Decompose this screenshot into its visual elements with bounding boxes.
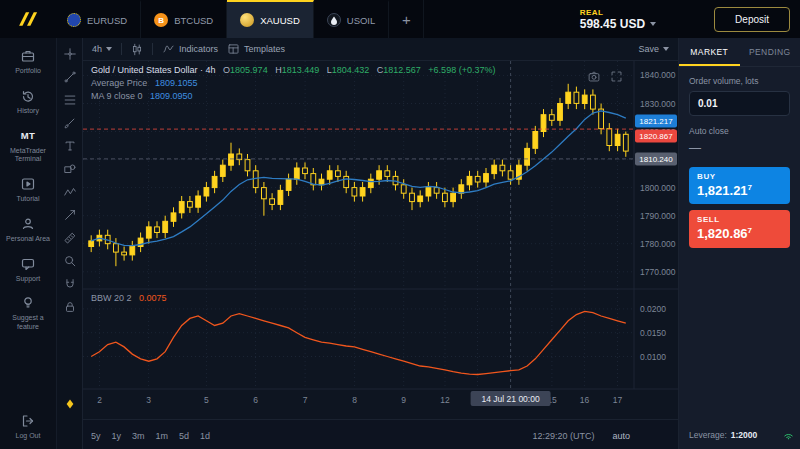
range-1d-button[interactable]: 1d	[200, 431, 210, 441]
svg-text:3: 3	[146, 395, 151, 405]
chart-bottombar: 5y 1y 3m 1m 5d 1d 12:29:20 (UTC) auto	[83, 419, 678, 449]
tab-btcusd[interactable]: B BTCUSD	[141, 0, 227, 38]
fib-retracement-tool[interactable]	[57, 88, 82, 111]
chart-corner-buttons	[586, 68, 624, 84]
lock-icon	[63, 300, 77, 314]
range-5y-button[interactable]: 5y	[91, 431, 101, 441]
buy-price: 1,821.217	[697, 183, 782, 198]
account-selector[interactable]: REAL 598.45 USD	[580, 0, 656, 38]
account-balance: 598.45 USD	[580, 17, 645, 31]
btcusd-coin-icon: B	[154, 13, 168, 27]
svg-text:1820.867: 1820.867	[639, 132, 673, 141]
fullscreen-button[interactable]	[608, 68, 624, 84]
chevron-down-icon	[650, 22, 656, 26]
svg-text:1840.000: 1840.000	[640, 70, 676, 80]
sidebar-item-tutorial[interactable]: Tutorial	[0, 170, 56, 210]
auto-close-value[interactable]: —	[689, 141, 790, 155]
eurusd-flag-icon	[67, 13, 81, 27]
brand-logo[interactable]	[0, 0, 54, 38]
logout-icon	[20, 413, 36, 429]
sidebar-item-history[interactable]: History	[0, 82, 56, 122]
topbar: EURUSD B BTCUSD XAUUSD USOIL + REAL 598.…	[0, 0, 800, 38]
order-panel: MARKET PENDING Order volume, lots 0.01 A…	[678, 38, 800, 449]
zoom-tool[interactable]	[57, 249, 82, 272]
pattern-tool[interactable]	[57, 180, 82, 203]
ruler-icon	[63, 231, 77, 245]
briefcase-icon	[20, 48, 36, 64]
forecast-tool[interactable]	[57, 203, 82, 226]
range-1m-button[interactable]: 1m	[156, 431, 169, 441]
svg-text:6: 6	[253, 395, 258, 405]
brush-tool[interactable]	[57, 111, 82, 134]
sidebar-item-support[interactable]: Support	[0, 250, 56, 290]
price-chart[interactable]: 235678912131516171840.0001830.0001820.00…	[83, 61, 678, 419]
shapes-tool[interactable]	[57, 157, 82, 180]
utc-clock: 12:29:20 (UTC)	[532, 431, 594, 441]
trendline-tool[interactable]	[57, 65, 82, 88]
volume-input[interactable]: 0.01	[689, 91, 790, 116]
chart-type-button[interactable]	[131, 43, 143, 56]
indicators-button[interactable]: Indicators	[162, 43, 218, 55]
svg-text:1770.000: 1770.000	[640, 267, 676, 277]
chart-area: 4h Indicators Templates	[83, 38, 678, 449]
sell-button[interactable]: SELL 1,820.867	[689, 210, 790, 247]
candlestick-icon	[131, 43, 143, 56]
tab-xauusd[interactable]: XAUUSD	[227, 0, 314, 38]
svg-text:5: 5	[204, 395, 209, 405]
svg-text:0.0150: 0.0150	[640, 328, 666, 338]
save-button[interactable]: Save	[638, 44, 669, 54]
history-icon	[20, 88, 36, 104]
tab-pending[interactable]: PENDING	[740, 38, 800, 66]
sidebar-item-suggest-feature[interactable]: Suggest a feature	[0, 289, 56, 338]
sidebar-item-logout[interactable]: Log Out	[0, 407, 56, 449]
indicators-label: Indicators	[179, 44, 218, 54]
svg-text:1810.240: 1810.240	[639, 155, 673, 164]
deposit-button[interactable]: Deposit	[714, 7, 790, 32]
add-instrument-button[interactable]: +	[389, 0, 424, 38]
tab-usoil[interactable]: USOIL	[314, 0, 390, 38]
magnet-tool[interactable]	[57, 272, 82, 295]
chevron-down-icon	[663, 47, 669, 51]
svg-text:9: 9	[401, 395, 406, 405]
crosshair-tool[interactable]	[57, 42, 82, 65]
xauusd-gold-icon	[240, 13, 254, 27]
svg-text:1800.000: 1800.000	[640, 183, 676, 193]
tab-label: EURUSD	[87, 15, 127, 26]
brush-icon	[63, 116, 77, 130]
text-icon	[63, 139, 77, 153]
range-5d-button[interactable]: 5d	[179, 431, 189, 441]
tab-eurusd[interactable]: EURUSD	[54, 0, 141, 38]
sidebar-item-metatrader[interactable]: MT MetaTrader Terminal	[0, 122, 56, 171]
chart-marker[interactable]	[57, 397, 82, 411]
snapshot-button[interactable]	[586, 68, 602, 84]
save-label: Save	[638, 44, 659, 54]
chart-toolbar: 4h Indicators Templates	[83, 38, 678, 61]
svg-text:0.0100: 0.0100	[640, 352, 666, 362]
templates-button[interactable]: Templates	[227, 43, 285, 55]
svg-text:7: 7	[303, 395, 308, 405]
zigzag-pattern-icon	[63, 185, 77, 199]
timeframe-button[interactable]: 4h	[92, 44, 112, 54]
buy-button[interactable]: BUY 1,821.217	[689, 167, 790, 204]
magnet-icon	[63, 277, 77, 291]
sidebar-item-label: Personal Area	[6, 235, 50, 244]
text-tool[interactable]	[57, 134, 82, 157]
account-type-badge: REAL	[580, 8, 656, 17]
tab-label: USOIL	[347, 15, 376, 26]
range-3m-button[interactable]: 3m	[132, 431, 145, 441]
arrow-up-right-icon	[63, 208, 77, 222]
exness-logo-icon	[16, 10, 38, 28]
sidebar-item-label: Portfolio	[15, 67, 41, 76]
auto-scale-toggle[interactable]: auto	[612, 431, 630, 441]
measure-tool[interactable]	[57, 226, 82, 249]
magnifier-icon	[63, 254, 77, 268]
sidebar-item-portfolio[interactable]: Portfolio	[0, 42, 56, 82]
tab-label: BTCUSD	[174, 15, 213, 26]
tab-market[interactable]: MARKET	[679, 38, 740, 66]
range-1y-button[interactable]: 1y	[112, 431, 122, 441]
lock-tool[interactable]	[57, 295, 82, 318]
sidebar-item-personal-area[interactable]: Personal Area	[0, 210, 56, 250]
svg-text:0.0200: 0.0200	[640, 304, 666, 314]
chart-wrap: 235678912131516171840.0001830.0001820.00…	[83, 61, 678, 419]
user-icon	[20, 216, 36, 232]
